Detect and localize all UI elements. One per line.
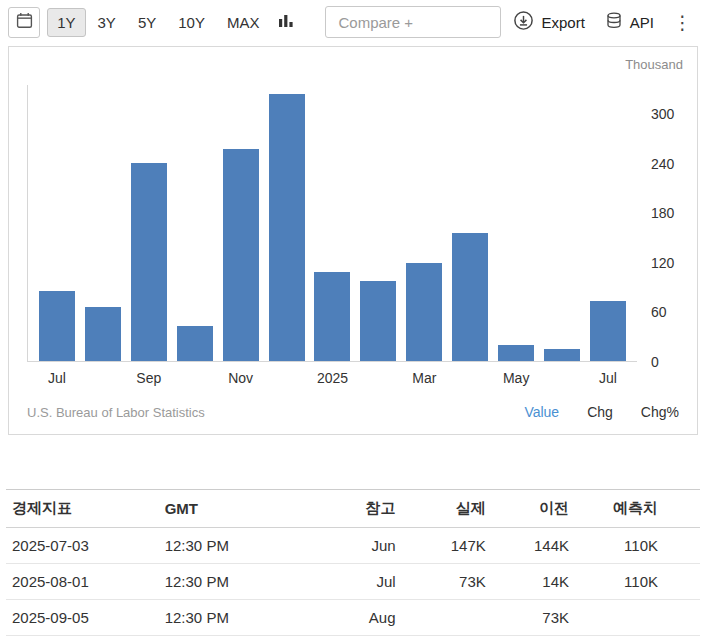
- table-cell: 14K: [492, 564, 575, 600]
- database-icon: [605, 11, 623, 33]
- bar-dec-2024[interactable]: [269, 94, 305, 361]
- bar-slot: [355, 85, 401, 361]
- export-label: Export: [541, 14, 584, 31]
- bar-slot: 2025: [310, 85, 356, 361]
- bar-aug-2024[interactable]: [85, 307, 121, 361]
- range-button-max[interactable]: MAX: [217, 8, 270, 37]
- table-cell: 73K: [402, 564, 492, 600]
- range-button-3y[interactable]: 3Y: [88, 8, 126, 37]
- table-cell: Jun: [304, 528, 401, 564]
- table-cell: 12:30 PM: [159, 564, 305, 600]
- x-axis-tick-label: Mar: [412, 370, 436, 386]
- table-row[interactable]: 2025-09-0512:30 PMAug73K: [6, 600, 700, 636]
- column-header: 예측치: [575, 490, 700, 528]
- table-header-row: 경제지표GMT참고실제이전예측치: [6, 490, 700, 528]
- table-row[interactable]: 2025-07-0312:30 PMJun147K144K110K: [6, 528, 700, 564]
- bar-slot: Mar: [401, 85, 447, 361]
- mode-chg[interactable]: Chg: [587, 404, 613, 420]
- export-download-icon: [513, 10, 534, 34]
- table-cell: 110K: [575, 528, 700, 564]
- table-cell: 110K: [575, 564, 700, 600]
- bar-slot: [447, 85, 493, 361]
- bar-jun-2025[interactable]: [544, 349, 580, 361]
- table-cell: 12:30 PM: [159, 528, 305, 564]
- x-axis-tick-label: Sep: [136, 370, 161, 386]
- bar-jan-2025[interactable]: [314, 272, 350, 361]
- bar-nov-2024[interactable]: [223, 149, 259, 362]
- bar-slot: Jul: [34, 85, 80, 361]
- api-button[interactable]: API: [596, 7, 663, 37]
- column-header: GMT: [159, 490, 305, 528]
- bar-oct-2024[interactable]: [177, 326, 213, 361]
- table-cell: Aug: [304, 600, 401, 636]
- column-header: 이전: [492, 490, 575, 528]
- chart-card: Thousand JulSepNov2025MarMayJul 06012018…: [8, 46, 698, 435]
- bar-feb-2025[interactable]: [360, 281, 396, 361]
- range-button-1y[interactable]: 1Y: [47, 8, 85, 37]
- x-axis-tick-label: May: [503, 370, 529, 386]
- table-cell: 144K: [492, 528, 575, 564]
- bar-chart-icon: [278, 12, 294, 32]
- column-header: 참고: [304, 490, 401, 528]
- table-cell: 73K: [492, 600, 575, 636]
- economic-calendar-table: 경제지표GMT참고실제이전예측치 2025-07-0312:30 PMJun14…: [6, 489, 700, 636]
- kebab-menu-icon: ⋮: [673, 12, 692, 33]
- bar-slot: [80, 85, 126, 361]
- y-axis-tick-label: 0: [651, 354, 659, 370]
- bar-jul-2024[interactable]: [39, 291, 75, 361]
- bar-may-2025[interactable]: [498, 345, 534, 361]
- toolbar-right-group: Export API ⋮: [504, 6, 696, 38]
- table-cell: 147K: [402, 528, 492, 564]
- range-button-5y[interactable]: 5Y: [128, 8, 166, 37]
- bar-slot: May: [493, 85, 539, 361]
- column-header: 경제지표: [6, 490, 159, 528]
- bar-slot: [539, 85, 585, 361]
- calendar-icon: [16, 12, 33, 32]
- bar-mar-2025[interactable]: [406, 263, 442, 361]
- bar-slot: [264, 85, 310, 361]
- table-cell: 12:30 PM: [159, 600, 305, 636]
- x-axis-tick-label: Jul: [599, 370, 617, 386]
- y-axis-tick-label: 120: [651, 255, 674, 271]
- y-axis-tick-label: 240: [651, 156, 674, 172]
- bar-apr-2025[interactable]: [452, 233, 488, 361]
- bar-sep-2024[interactable]: [131, 163, 167, 361]
- compare-input[interactable]: Compare +: [325, 6, 501, 38]
- compare-placeholder: Compare +: [338, 14, 413, 31]
- chart-toolbar: 1Y3Y5Y10YMAX Compare + Export: [0, 0, 706, 42]
- economic-calendar-table-wrap: 경제지표GMT참고실제이전예측치 2025-07-0312:30 PMJun14…: [6, 489, 700, 636]
- bar-slot: Jul: [585, 85, 631, 361]
- y-axis-tick-label: 60: [651, 304, 667, 320]
- table-cell: 2025-09-05: [6, 600, 159, 636]
- column-header: 실제: [402, 490, 492, 528]
- y-axis-unit-label: Thousand: [27, 57, 683, 75]
- y-axis-tick-label: 180: [651, 205, 674, 221]
- table-cell: 2025-07-03: [6, 528, 159, 564]
- bar-slot: Nov: [218, 85, 264, 361]
- range-group: 1Y3Y5Y10YMAX: [47, 8, 269, 37]
- chart-type-button[interactable]: [278, 12, 294, 32]
- chart-footer: U.S. Bureau of Labor Statistics ValueChg…: [27, 404, 683, 420]
- plot-area: JulSepNov2025MarMayJul: [27, 85, 637, 362]
- mode-chgpct[interactable]: Chg%: [641, 404, 679, 420]
- mode-switcher: ValueChgChg%: [524, 404, 683, 420]
- x-axis-tick-label: 2025: [317, 370, 348, 386]
- table-cell: 2025-08-01: [6, 564, 159, 600]
- y-axis: 060120180240300: [637, 85, 683, 362]
- calendar-button[interactable]: [8, 7, 40, 38]
- table-body: 2025-07-0312:30 PMJun147K144K110K2025-08…: [6, 528, 700, 636]
- table-cell: [402, 600, 492, 636]
- mode-value[interactable]: Value: [524, 404, 559, 420]
- bar-slot: Sep: [126, 85, 172, 361]
- api-label: API: [630, 14, 654, 31]
- bar-slot: [172, 85, 218, 361]
- export-button[interactable]: Export: [504, 6, 593, 38]
- chart-area: JulSepNov2025MarMayJul 060120180240300: [27, 85, 683, 362]
- bar-jul-2025[interactable]: [590, 301, 626, 361]
- more-options-button[interactable]: ⋮: [665, 11, 696, 34]
- source-attribution: U.S. Bureau of Labor Statistics: [27, 405, 205, 420]
- y-axis-tick-label: 300: [651, 106, 674, 122]
- table-row[interactable]: 2025-08-0112:30 PMJul73K14K110K: [6, 564, 700, 600]
- range-button-10y[interactable]: 10Y: [168, 8, 215, 37]
- x-axis-tick-label: Jul: [48, 370, 66, 386]
